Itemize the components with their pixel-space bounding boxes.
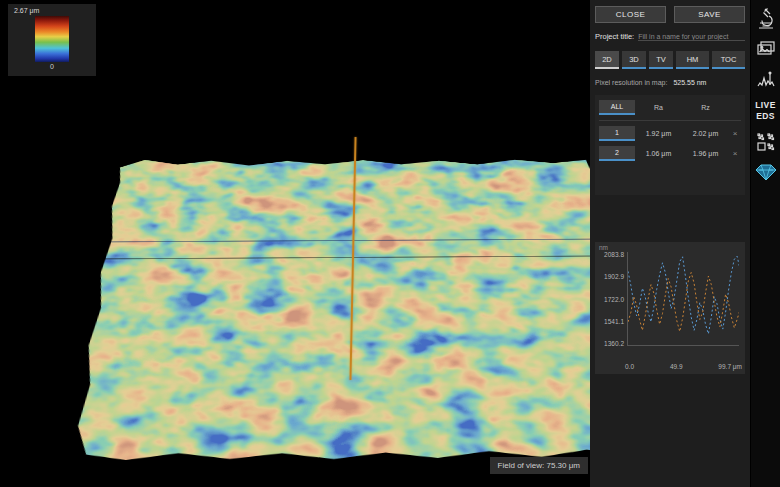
microscope-icon[interactable] bbox=[755, 7, 777, 29]
profile-row-1: 1 1.92 μm 2.02 μm × bbox=[599, 126, 741, 141]
y-tick: 1902.9 bbox=[604, 273, 624, 280]
project-title-label: Project title: bbox=[595, 32, 634, 41]
colorbar-gradient bbox=[35, 16, 69, 62]
colorbar-max-label: 2.67 μm bbox=[8, 7, 96, 14]
surface-texture bbox=[68, 157, 590, 462]
measurement-table: ALL Ra Rz 1 1.92 μm 2.02 μm × 2 1.06 μm … bbox=[595, 95, 745, 195]
app-window: 2.67 μm 0 Field of view: 75.30 μm CLOSE … bbox=[0, 0, 780, 487]
y-tick: 1360.2 bbox=[604, 340, 624, 347]
delete-profile-1-icon[interactable]: × bbox=[729, 130, 741, 138]
live-eds-label[interactable]: LIVE EDS bbox=[755, 100, 776, 121]
view-tabs: 2D 3D TV HM TOC bbox=[595, 51, 745, 69]
profile-2-ra-value: 1.06 μm bbox=[635, 150, 682, 157]
surface-3d[interactable] bbox=[68, 157, 590, 462]
gem-icon[interactable] bbox=[755, 163, 777, 181]
x-tick: 49.9 bbox=[670, 363, 683, 370]
pixel-resolution-value: 525.55 nm bbox=[673, 79, 706, 86]
image-gallery-icon[interactable] bbox=[755, 40, 777, 58]
tab-tv[interactable]: TV bbox=[649, 51, 673, 69]
colorbar-min-label: 0 bbox=[8, 63, 96, 70]
field-of-view-label: Field of view: 75.30 μm bbox=[490, 457, 588, 474]
profile-2-rz-value: 1.96 μm bbox=[682, 150, 729, 157]
eds-spectrum-icon[interactable] bbox=[755, 69, 777, 89]
height-colorbar: 2.67 μm 0 bbox=[8, 4, 96, 76]
profile-1-ra-value: 1.92 μm bbox=[635, 130, 682, 137]
live-label: LIVE bbox=[755, 100, 776, 111]
y-tick: 1722.0 bbox=[604, 296, 624, 303]
viewport-3d[interactable]: 2.67 μm 0 Field of view: 75.30 μm bbox=[0, 0, 590, 487]
tab-toc[interactable]: TOC bbox=[712, 51, 745, 69]
pixel-resolution-label: Pixel resolution in map: bbox=[595, 79, 667, 86]
profile-1-rz-value: 2.02 μm bbox=[682, 130, 729, 137]
eds-label: EDS bbox=[755, 111, 776, 122]
y-tick: 2083.8 bbox=[604, 251, 624, 258]
profile-row-2: 2 1.06 μm 1.96 μm × bbox=[599, 146, 741, 161]
element-map-icon[interactable] bbox=[755, 132, 777, 152]
x-tick: 0.0 bbox=[625, 363, 634, 370]
all-profiles-button[interactable]: ALL bbox=[599, 100, 635, 115]
profile-chart: nm 2083.8 1902.9 1722.0 1541.1 1360.2 0.… bbox=[595, 242, 745, 374]
project-title-input[interactable] bbox=[638, 33, 745, 41]
profile-2-button[interactable]: 2 bbox=[599, 146, 635, 161]
x-axis-ticks: 0.0 49.9 99.7 μm bbox=[625, 363, 742, 370]
tab-3d[interactable]: 3D bbox=[622, 51, 646, 69]
close-button[interactable]: CLOSE bbox=[595, 6, 666, 23]
profile-1-button[interactable]: 1 bbox=[599, 126, 635, 141]
series-profile-2 bbox=[628, 273, 739, 332]
column-header-ra: Ra bbox=[635, 104, 682, 111]
column-header-rz: Rz bbox=[682, 104, 729, 111]
tab-2d[interactable]: 2D bbox=[595, 51, 619, 69]
divider bbox=[599, 120, 741, 121]
y-axis-ticks: 2083.8 1902.9 1722.0 1541.1 1360.2 bbox=[597, 251, 624, 347]
tab-hm[interactable]: HM bbox=[676, 51, 709, 69]
save-button[interactable]: SAVE bbox=[674, 6, 745, 23]
profile-plot-area bbox=[627, 252, 739, 346]
chart-unit-label: nm bbox=[599, 244, 608, 251]
series-profile-1 bbox=[628, 256, 739, 334]
tool-strip: LIVE EDS bbox=[750, 0, 780, 487]
control-panel: CLOSE SAVE Project title: 2D 3D TV HM TO… bbox=[590, 0, 750, 487]
x-tick: 99.7 μm bbox=[718, 363, 742, 370]
y-tick: 1541.1 bbox=[604, 318, 624, 325]
delete-profile-2-icon[interactable]: × bbox=[729, 150, 741, 158]
